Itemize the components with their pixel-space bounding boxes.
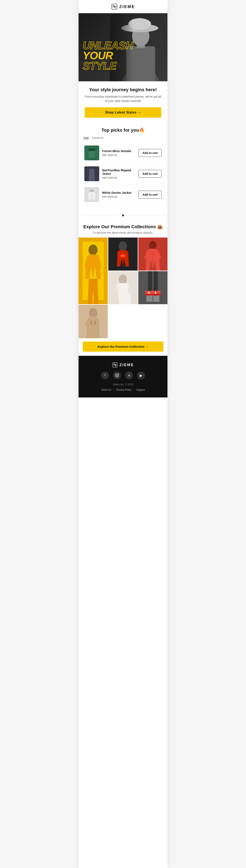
product-item: NotYourBea Ripped Jeans INR 5400.00 Add … [83,163,163,184]
top-picks-title: Top picks for you🔥 [83,127,163,133]
add-to-cart-2[interactable]: Add to cart [138,170,162,178]
product-thumb-3 [84,187,99,202]
svg-rect-30 [154,271,158,292]
svg-rect-38 [155,292,156,293]
header: ZIEME [79,0,167,13]
hero-line3: STYLE [83,61,133,71]
breadcrumb: Cart › Checkout [83,136,163,139]
svg-point-27 [119,275,127,284]
product-name-1: Forest Bliss Hoodie [102,149,136,153]
svg-text:DEC: DEC [121,255,125,257]
svg-rect-28 [138,271,167,304]
add-to-cart-3[interactable]: Add to cart [138,191,162,198]
footer-link-about[interactable]: About Us [99,389,113,391]
footer-nav: About Us | Privacy Policy | Support [83,389,163,391]
social-links: f ✕ ▶ [83,371,163,379]
hero-line1: UNLEASH [83,40,133,51]
svg-rect-12 [89,168,94,169]
youtube-icon[interactable]: ▶ [137,371,145,379]
hero-line2: YOUR [83,51,133,61]
top-picks-section: Top picks for you🔥 Cart › Checkout [79,122,167,207]
premium-section: Explore Our Premium Collections 👜 To dis… [79,224,167,356]
grid-cell-sneaker [138,271,167,304]
product-info-1: Forest Bliss Hoodie INR 3400.00 [102,149,136,157]
premium-title: Explore Our Premium Collections 👜 [79,224,167,229]
svg-rect-37 [148,292,149,293]
hero-headline: UNLEASH YOUR STYLE [83,40,133,71]
footer-logo: ZIEME [83,362,163,368]
svg-point-18 [88,245,98,255]
product-list: Forest Bliss Hoodie INR 3400.00 Add to c… [83,143,163,205]
svg-rect-35 [146,296,153,302]
premium-grid: DEC [79,238,167,338]
svg-rect-44 [115,374,119,377]
footer: ZIEME f ✕ ▶ Zieme Inc. © 2023 About Us |… [79,356,167,398]
explore-premium-button[interactable]: Explore the Premium Collection → [83,342,163,352]
instagram-icon[interactable] [113,371,121,379]
email-container: ZIEME [79,0,167,868]
divider-line-right [127,216,165,216]
premium-subtitle: To discover the latest trends and timele… [79,231,167,234]
svg-point-45 [116,375,118,376]
facebook-icon[interactable]: f [101,371,109,379]
product-info-3: White Denim Jacket INR 6500.00 [102,191,136,198]
svg-point-10 [91,149,92,151]
breadcrumb-separator: › [90,136,91,139]
divider: ✦ [79,207,167,224]
twitter-x-icon[interactable]: ✕ [125,371,133,379]
footer-link-privacy[interactable]: Privacy Policy [114,389,134,391]
svg-rect-36 [153,296,159,302]
product-item: White Denim Jacket INR 6500.00 Add to ca… [83,184,163,205]
product-price-1: INR 3400.00 [102,154,136,157]
add-to-cart-1[interactable]: Add to cart [138,149,162,157]
intro-heading: Your style journey begins here! [85,87,161,92]
hero-banner: UNLEASH YOUR STYLE [79,13,167,81]
svg-rect-34 [152,294,160,296]
intro-subtext: From everyday essentials to statement pi… [85,95,161,103]
grid-cell-street: DEC [108,238,137,271]
hoodie-image [84,146,99,160]
svg-rect-42 [94,320,96,324]
grid-cell-white-fur [108,271,137,304]
grid-cell-natural [79,305,108,338]
product-thumb-2 [84,166,99,181]
grid-cell-yellow [79,238,108,304]
product-price-2: INR 5400.00 [102,176,136,179]
footer-brand-name: ZIEME [119,363,134,367]
divider-symbol: ✦ [121,213,125,218]
breadcrumb-cart[interactable]: Cart [83,136,89,139]
footer-copyright: Zieme Inc. © 2023 [83,383,163,386]
svg-point-24 [149,241,157,250]
product-price-3: INR 6500.00 [102,195,136,198]
footer-logo-icon [112,362,118,368]
svg-rect-9 [88,151,95,158]
shop-latest-button[interactable]: Shop Latest Styles → [85,107,161,118]
footer-link-support[interactable]: Support [134,389,147,391]
grid-cell-red-jacket [138,238,167,271]
divider-line-left [81,216,119,216]
product-info-2: NotYourBea Ripped Jeans INR 5400.00 [102,168,136,179]
product-thumb-1 [84,146,99,160]
product-item: Forest Bliss Hoodie INR 3400.00 Add to c… [83,143,163,163]
product-name-2: NotYourBea Ripped Jeans [102,168,136,176]
intro-section: Your style journey begins here! From eve… [79,81,167,122]
svg-point-20 [119,241,127,251]
jeans-image [84,166,99,181]
svg-point-46 [118,374,118,375]
brand-name: ZIEME [119,4,135,9]
breadcrumb-checkout: Checkout [92,136,103,139]
jacket-image [84,187,99,202]
svg-rect-41 [90,320,92,324]
hero-headline-block: UNLEASH YOUR STYLE [83,40,133,71]
svg-rect-29 [148,271,152,292]
logo-icon [111,3,118,10]
product-name-3: White Denim Jacket [102,191,136,194]
